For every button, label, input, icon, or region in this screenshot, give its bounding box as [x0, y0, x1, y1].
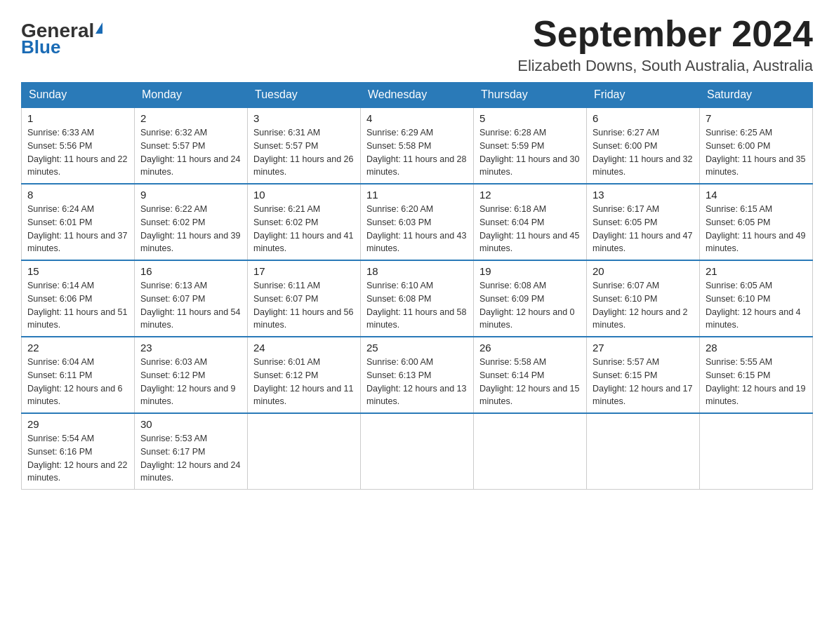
day-number: 17 [253, 265, 355, 277]
day-info: Sunrise: 6:11 AMSunset: 6:07 PMDaylight:… [253, 281, 353, 330]
day-number: 15 [27, 265, 128, 277]
day-number: 4 [366, 112, 468, 124]
table-row: 28 Sunrise: 5:55 AMSunset: 6:15 PMDaylig… [700, 337, 813, 413]
day-info: Sunrise: 6:05 AMSunset: 6:10 PMDaylight:… [706, 281, 801, 330]
day-info: Sunrise: 5:58 AMSunset: 6:14 PMDaylight:… [479, 357, 579, 406]
day-number: 22 [27, 342, 128, 354]
day-info: Sunrise: 6:27 AMSunset: 6:00 PMDaylight:… [593, 128, 692, 177]
logo-triangle-icon [95, 22, 102, 34]
table-row [361, 413, 474, 490]
calendar-subtitle: Elizabeth Downs, South Australia, Austra… [517, 57, 813, 75]
day-info: Sunrise: 6:22 AMSunset: 6:02 PMDaylight:… [140, 204, 240, 253]
day-number: 12 [479, 189, 581, 201]
day-info: Sunrise: 5:54 AMSunset: 6:16 PMDaylight:… [27, 434, 127, 483]
day-number: 16 [140, 265, 241, 277]
day-number: 25 [366, 342, 468, 354]
day-info: Sunrise: 6:31 AMSunset: 5:57 PMDaylight:… [253, 128, 353, 177]
day-number: 14 [706, 189, 807, 201]
day-number: 21 [706, 265, 807, 277]
table-row: 25 Sunrise: 6:00 AMSunset: 6:13 PMDaylig… [361, 337, 474, 413]
day-info: Sunrise: 6:18 AMSunset: 6:04 PMDaylight:… [479, 204, 579, 253]
week-row-5: 29 Sunrise: 5:54 AMSunset: 6:16 PMDaylig… [22, 413, 813, 490]
day-number: 20 [593, 265, 694, 277]
table-row: 13 Sunrise: 6:17 AMSunset: 6:05 PMDaylig… [587, 184, 700, 260]
day-number: 29 [27, 418, 128, 430]
table-row: 20 Sunrise: 6:07 AMSunset: 6:10 PMDaylig… [587, 260, 700, 337]
day-info: Sunrise: 6:14 AMSunset: 6:06 PMDaylight:… [27, 281, 127, 330]
day-info: Sunrise: 6:20 AMSunset: 6:03 PMDaylight:… [366, 204, 466, 253]
day-number: 9 [140, 189, 241, 201]
day-number: 24 [253, 342, 355, 354]
table-row: 12 Sunrise: 6:18 AMSunset: 6:04 PMDaylig… [474, 184, 587, 260]
day-info: Sunrise: 6:17 AMSunset: 6:05 PMDaylight:… [593, 204, 692, 253]
day-number: 7 [706, 112, 807, 124]
table-row: 30 Sunrise: 5:53 AMSunset: 6:17 PMDaylig… [135, 413, 248, 490]
table-row: 24 Sunrise: 6:01 AMSunset: 6:12 PMDaylig… [248, 337, 361, 413]
table-row [700, 413, 813, 490]
week-row-4: 22 Sunrise: 6:04 AMSunset: 6:11 PMDaylig… [22, 337, 813, 413]
day-info: Sunrise: 6:10 AMSunset: 6:08 PMDaylight:… [366, 281, 466, 330]
table-row: 3 Sunrise: 6:31 AMSunset: 5:57 PMDayligh… [248, 107, 361, 184]
table-row [587, 413, 700, 490]
day-info: Sunrise: 6:21 AMSunset: 6:02 PMDaylight:… [253, 204, 353, 253]
day-number: 19 [479, 265, 581, 277]
table-row: 26 Sunrise: 5:58 AMSunset: 6:14 PMDaylig… [474, 337, 587, 413]
header-sunday: Sunday [22, 83, 135, 108]
table-row: 15 Sunrise: 6:14 AMSunset: 6:06 PMDaylig… [22, 260, 135, 337]
day-info: Sunrise: 5:55 AMSunset: 6:15 PMDaylight:… [706, 357, 805, 406]
table-row: 19 Sunrise: 6:08 AMSunset: 6:09 PMDaylig… [474, 260, 587, 337]
table-row: 5 Sunrise: 6:28 AMSunset: 5:59 PMDayligh… [474, 107, 587, 184]
day-number: 13 [593, 189, 694, 201]
header-saturday: Saturday [700, 83, 813, 108]
logo-blue-text: Blue [21, 38, 60, 56]
day-number: 28 [706, 342, 807, 354]
day-number: 8 [27, 189, 128, 201]
day-number: 3 [253, 112, 355, 124]
calendar-table: SundayMondayTuesdayWednesdayThursdayFrid… [21, 82, 813, 490]
table-row [474, 413, 587, 490]
day-number: 2 [140, 112, 241, 124]
table-row: 18 Sunrise: 6:10 AMSunset: 6:08 PMDaylig… [361, 260, 474, 337]
day-number: 6 [593, 112, 694, 124]
header-thursday: Thursday [474, 83, 587, 108]
table-row: 29 Sunrise: 5:54 AMSunset: 6:16 PMDaylig… [22, 413, 135, 490]
day-info: Sunrise: 6:07 AMSunset: 6:10 PMDaylight:… [593, 281, 688, 330]
table-row: 8 Sunrise: 6:24 AMSunset: 6:01 PMDayligh… [22, 184, 135, 260]
day-number: 27 [593, 342, 694, 354]
day-info: Sunrise: 6:04 AMSunset: 6:11 PMDaylight:… [27, 357, 123, 406]
table-row: 9 Sunrise: 6:22 AMSunset: 6:02 PMDayligh… [135, 184, 248, 260]
title-area: September 2024 Elizabeth Downs, South Au… [517, 14, 813, 75]
week-row-3: 15 Sunrise: 6:14 AMSunset: 6:06 PMDaylig… [22, 260, 813, 337]
day-number: 26 [479, 342, 581, 354]
page-header: General Blue September 2024 Elizabeth Do… [21, 14, 813, 75]
week-row-2: 8 Sunrise: 6:24 AMSunset: 6:01 PMDayligh… [22, 184, 813, 260]
table-row: 17 Sunrise: 6:11 AMSunset: 6:07 PMDaylig… [248, 260, 361, 337]
table-row: 4 Sunrise: 6:29 AMSunset: 5:58 PMDayligh… [361, 107, 474, 184]
header-monday: Monday [135, 83, 248, 108]
day-info: Sunrise: 6:15 AMSunset: 6:05 PMDaylight:… [706, 204, 805, 253]
calendar-header-row: SundayMondayTuesdayWednesdayThursdayFrid… [22, 83, 813, 108]
logo: General Blue [21, 21, 102, 56]
day-info: Sunrise: 6:01 AMSunset: 6:12 PMDaylight:… [253, 357, 353, 406]
day-number: 11 [366, 189, 468, 201]
day-number: 18 [366, 265, 468, 277]
day-info: Sunrise: 6:13 AMSunset: 6:07 PMDaylight:… [140, 281, 240, 330]
table-row [248, 413, 361, 490]
table-row: 7 Sunrise: 6:25 AMSunset: 6:00 PMDayligh… [700, 107, 813, 184]
day-info: Sunrise: 6:25 AMSunset: 6:00 PMDaylight:… [706, 128, 805, 177]
table-row: 6 Sunrise: 6:27 AMSunset: 6:00 PMDayligh… [587, 107, 700, 184]
day-number: 23 [140, 342, 241, 354]
day-info: Sunrise: 6:28 AMSunset: 5:59 PMDaylight:… [479, 128, 579, 177]
day-number: 30 [140, 418, 241, 430]
day-info: Sunrise: 5:53 AMSunset: 6:17 PMDaylight:… [140, 434, 240, 483]
header-friday: Friday [587, 83, 700, 108]
day-number: 1 [27, 112, 128, 124]
header-wednesday: Wednesday [361, 83, 474, 108]
day-number: 10 [253, 189, 355, 201]
day-number: 5 [479, 112, 581, 124]
day-info: Sunrise: 6:03 AMSunset: 6:12 PMDaylight:… [140, 357, 236, 406]
table-row: 27 Sunrise: 5:57 AMSunset: 6:15 PMDaylig… [587, 337, 700, 413]
table-row: 23 Sunrise: 6:03 AMSunset: 6:12 PMDaylig… [135, 337, 248, 413]
table-row: 1 Sunrise: 6:33 AMSunset: 5:56 PMDayligh… [22, 107, 135, 184]
day-info: Sunrise: 6:29 AMSunset: 5:58 PMDaylight:… [366, 128, 466, 177]
